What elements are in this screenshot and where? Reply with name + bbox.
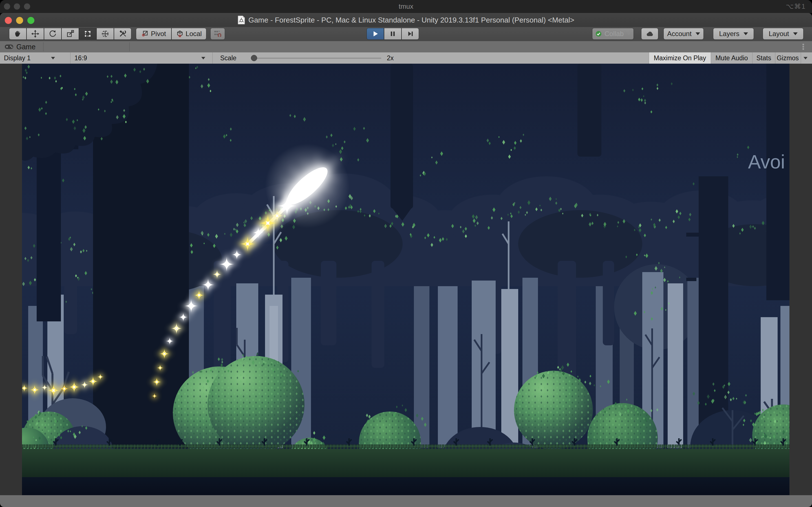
pivot-icon bbox=[141, 30, 149, 38]
tab-menu-kebab-icon[interactable] bbox=[800, 43, 807, 50]
display-dropdown[interactable]: Display 1 bbox=[4, 52, 55, 64]
hand-tool-button[interactable] bbox=[9, 28, 27, 40]
unity-titlebar[interactable]: Game - ForestSprite - PC, Mac & Linux St… bbox=[0, 13, 812, 27]
pause-icon bbox=[389, 30, 396, 38]
game-view-toolbar: Display 1 16:9 Scale 2x Maximize On Play… bbox=[0, 52, 812, 64]
gv-divider bbox=[212, 52, 213, 64]
gamepad-icon bbox=[4, 44, 13, 50]
custom-tool-icon bbox=[118, 30, 127, 38]
step-icon bbox=[407, 30, 414, 38]
window-bottom-bar bbox=[0, 495, 812, 507]
window-title: Game - ForestSprite - PC, Mac & Linux St… bbox=[248, 16, 574, 24]
play-icon bbox=[371, 30, 379, 38]
unity-window: Game - ForestSprite - PC, Mac & Linux St… bbox=[0, 13, 812, 507]
pivot-toggle-button[interactable]: Pivot bbox=[136, 28, 171, 40]
scale-icon bbox=[66, 30, 74, 38]
scale-slider-track[interactable] bbox=[254, 58, 381, 59]
local-label: Local bbox=[186, 30, 202, 38]
view-tab-bar: Game bbox=[0, 41, 812, 53]
maximize-on-play-button[interactable]: Maximize On Play bbox=[649, 52, 711, 64]
display-dropdown-arrow bbox=[51, 57, 55, 59]
grid-snap-icon bbox=[213, 30, 222, 38]
collab-dropdown-arrow bbox=[626, 33, 631, 35]
collab-check-icon bbox=[595, 30, 602, 38]
tab-game-label: Game bbox=[16, 43, 36, 51]
custom-tool-button[interactable] bbox=[114, 28, 132, 40]
transform-tool-icon bbox=[101, 30, 109, 38]
move-icon bbox=[31, 30, 40, 38]
tmux-titlebar: tmux ⌥⌘1 bbox=[0, 0, 812, 13]
tmux-window-title: tmux bbox=[0, 0, 812, 13]
scale-tool-button[interactable] bbox=[61, 28, 79, 40]
rect-tool-button[interactable] bbox=[79, 28, 96, 40]
main-toolbar: Pivot Local bbox=[0, 27, 812, 41]
layers-dropdown-arrow bbox=[744, 33, 748, 35]
local-toggle-button[interactable]: Local bbox=[171, 28, 206, 40]
cloud-button[interactable] bbox=[641, 28, 658, 40]
hud-avoid-text: Avoi bbox=[748, 151, 785, 172]
layers-dropdown[interactable]: Layers bbox=[713, 28, 754, 40]
grid-snap-button[interactable] bbox=[210, 28, 225, 40]
scale-slider-knob[interactable] bbox=[251, 55, 257, 61]
display-value: Display 1 bbox=[4, 54, 31, 62]
stats-button[interactable]: Stats bbox=[752, 52, 775, 64]
rotate-tool-button[interactable] bbox=[44, 28, 61, 40]
aspect-dropdown-arrow bbox=[201, 57, 205, 59]
tab-divider bbox=[130, 42, 130, 51]
step-button[interactable] bbox=[402, 28, 419, 40]
rotate-icon bbox=[49, 30, 57, 38]
scene-grass bbox=[22, 438, 790, 495]
collab-label: Collab bbox=[605, 30, 624, 38]
gizmos-button[interactable]: Gizmos bbox=[775, 52, 800, 64]
close-button[interactable] bbox=[5, 17, 12, 24]
account-dropdown[interactable]: Account bbox=[663, 28, 704, 40]
pivot-label: Pivot bbox=[151, 30, 166, 38]
transform-tool-button[interactable] bbox=[96, 28, 114, 40]
tab-game[interactable]: Game bbox=[0, 41, 41, 52]
layers-label: Layers bbox=[719, 30, 739, 38]
layout-label: Layout bbox=[769, 30, 789, 38]
zoom-button[interactable] bbox=[28, 17, 35, 24]
game-scene: Avoi bbox=[22, 64, 790, 495]
minimize-button[interactable] bbox=[16, 17, 23, 24]
hand-icon bbox=[13, 30, 22, 38]
tmux-shortcut-hint: ⌥⌘1 bbox=[786, 0, 806, 13]
local-icon bbox=[176, 30, 184, 38]
rect-tool-icon bbox=[84, 30, 92, 38]
mute-audio-button[interactable]: Mute Audio bbox=[711, 52, 752, 64]
game-viewport-margin: Avoi bbox=[0, 64, 812, 495]
collab-button[interactable]: Collab bbox=[592, 28, 634, 40]
account-label: Account bbox=[667, 30, 692, 38]
game-render-area[interactable]: Avoi bbox=[22, 64, 790, 495]
gizmos-dropdown-arrow[interactable] bbox=[804, 52, 808, 64]
play-button[interactable] bbox=[366, 28, 384, 40]
aspect-dropdown[interactable]: 16:9 bbox=[74, 52, 210, 64]
scale-label: Scale bbox=[220, 52, 237, 64]
cloud-icon bbox=[646, 30, 654, 38]
gv-divider bbox=[70, 52, 70, 64]
layout-dropdown-arrow bbox=[793, 33, 798, 35]
account-dropdown-arrow bbox=[696, 33, 700, 35]
pause-button[interactable] bbox=[384, 28, 402, 40]
unity-document-icon bbox=[238, 15, 245, 24]
layout-dropdown[interactable]: Layout bbox=[763, 28, 804, 40]
scale-value: 2x bbox=[387, 52, 394, 64]
gv-divider bbox=[801, 52, 801, 64]
aspect-value: 16:9 bbox=[74, 54, 87, 62]
move-tool-button[interactable] bbox=[27, 28, 44, 40]
